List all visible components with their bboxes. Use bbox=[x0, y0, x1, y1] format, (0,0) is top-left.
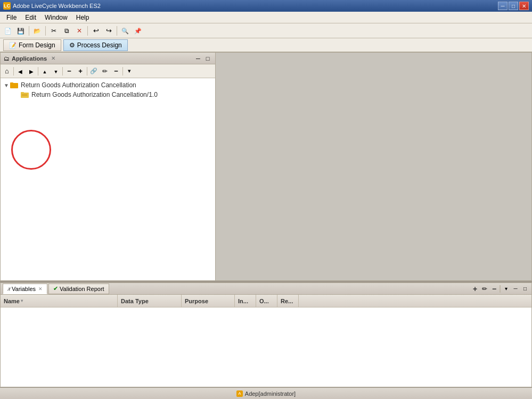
status-bar: A Adep[administrator] bbox=[0, 387, 532, 399]
toolbar-sep-3 bbox=[87, 26, 88, 36]
toolbar-redo-btn[interactable] bbox=[103, 25, 114, 37]
form-design-label: Form Design bbox=[19, 41, 55, 49]
main-layout: Applications ✕ ─ □ bbox=[0, 52, 532, 387]
tab-validation-report[interactable]: ✔ Validation Report bbox=[48, 284, 109, 294]
col-header-out[interactable]: O... bbox=[256, 295, 277, 307]
variables-tab-label: Variables bbox=[12, 286, 36, 292]
col-header-datatype[interactable]: Data Type bbox=[118, 295, 182, 307]
bottom-panel-controls: + − ▾ ─ □ bbox=[471, 285, 529, 293]
edit-variable-btn[interactable] bbox=[480, 285, 489, 293]
tree-toggle-root[interactable]: ▼ bbox=[3, 81, 10, 89]
variables-panel: 𝑥 Variables ✕ ✔ Validation Report + − ▾ bbox=[0, 282, 532, 387]
bottom-area: 𝑥 Variables ✕ ✔ Validation Report + − ▾ bbox=[0, 281, 532, 387]
validation-tab-icon: ✔ bbox=[53, 285, 58, 292]
col-name-sort-icon: ▾ bbox=[21, 298, 23, 303]
app-icon: LC bbox=[3, 2, 11, 10]
svg-rect-1 bbox=[10, 82, 13, 84]
copy-icon bbox=[64, 27, 69, 35]
collapse-bottom-btn[interactable]: ▾ bbox=[502, 285, 510, 293]
col-header-name[interactable]: Name ▾ bbox=[1, 295, 118, 307]
menu-window[interactable]: Window bbox=[40, 12, 72, 23]
folder-icon-child1 bbox=[21, 91, 29, 98]
panel-max-btn[interactable]: □ bbox=[203, 54, 212, 63]
col-header-purpose[interactable]: Purpose bbox=[182, 295, 235, 307]
applications-panel: Applications ✕ ─ □ bbox=[0, 52, 216, 281]
col-header-req[interactable]: Re... bbox=[277, 295, 299, 307]
applications-toolbar bbox=[1, 64, 215, 78]
tab-variables[interactable]: 𝑥 Variables ✕ bbox=[3, 284, 47, 294]
apps-down-btn[interactable] bbox=[51, 66, 61, 77]
apps-home-icon bbox=[5, 67, 9, 75]
app-title: Adobe LiveCycle Workbench ES2 bbox=[13, 3, 101, 9]
edit-var-icon bbox=[482, 285, 487, 293]
search-icon bbox=[121, 27, 129, 35]
svg-rect-5 bbox=[22, 95, 27, 96]
col-out-label: O... bbox=[259, 298, 269, 304]
toolbar-search-btn[interactable] bbox=[119, 25, 131, 37]
apps-edit-btn[interactable] bbox=[100, 66, 110, 77]
status-app-icon: A bbox=[236, 390, 243, 397]
apps-fwd-btn[interactable] bbox=[26, 66, 37, 77]
minimize-button[interactable]: ─ bbox=[498, 2, 508, 10]
panel-header-left: Applications ✕ bbox=[4, 55, 55, 62]
menu-edit[interactable]: Edit bbox=[21, 12, 40, 23]
maximize-button[interactable]: □ bbox=[509, 2, 518, 10]
redo-icon bbox=[106, 27, 112, 35]
apps-back-btn[interactable] bbox=[15, 66, 26, 77]
apps-edit-icon bbox=[102, 68, 108, 75]
toolbar-open-btn[interactable] bbox=[31, 25, 43, 37]
close-button[interactable]: ✕ bbox=[519, 2, 529, 10]
cut-icon bbox=[51, 27, 56, 35]
apps-remove-btn[interactable] bbox=[111, 66, 121, 77]
toolbar-sep-1 bbox=[29, 26, 29, 36]
variables-tab-icon: 𝑥 bbox=[7, 285, 10, 292]
menu-help[interactable]: Help bbox=[72, 12, 94, 23]
save-icon bbox=[17, 27, 24, 35]
var-sep bbox=[500, 285, 501, 293]
variables-tab-close[interactable]: ✕ bbox=[38, 286, 43, 292]
variables-table: Name ▾ Data Type Purpose In... O... bbox=[1, 295, 531, 387]
apps-up-icon bbox=[43, 68, 47, 74]
open-icon bbox=[34, 27, 41, 35]
applications-title: Applications bbox=[12, 55, 47, 62]
svg-rect-4 bbox=[22, 94, 27, 95]
col-purpose-label: Purpose bbox=[185, 298, 208, 304]
toolbar-undo-btn[interactable] bbox=[90, 25, 102, 37]
title-bar-left: LC Adobe LiveCycle Workbench ES2 bbox=[3, 2, 101, 10]
toolbar-copy-btn[interactable] bbox=[61, 25, 72, 37]
remove-variable-btn[interactable]: − bbox=[490, 285, 498, 293]
apps-collapse-icon bbox=[67, 67, 71, 75]
toolbar-save-btn[interactable] bbox=[15, 25, 27, 37]
apps-expand-icon bbox=[78, 67, 83, 75]
apps-up-btn[interactable] bbox=[39, 66, 50, 77]
tab-form-design[interactable]: Form Design bbox=[3, 39, 61, 51]
toolbar-delete-btn[interactable] bbox=[73, 25, 85, 37]
tree-item-child1[interactable]: ▶ Return Goods Authorization Cancellatio… bbox=[1, 90, 215, 99]
apps-home-btn[interactable] bbox=[2, 66, 12, 77]
col-header-in[interactable]: In... bbox=[235, 295, 256, 307]
toolbar-new-btn[interactable] bbox=[2, 25, 14, 37]
apps-filter-btn[interactable] bbox=[124, 66, 135, 77]
apps-link-btn[interactable] bbox=[88, 66, 99, 77]
apps-expand-btn[interactable] bbox=[75, 66, 86, 77]
min-bottom-btn[interactable]: ─ bbox=[511, 285, 520, 293]
tab-process-design[interactable]: Process Design bbox=[63, 39, 128, 51]
svg-rect-3 bbox=[21, 92, 24, 94]
tree-item-root[interactable]: ▼ Return Goods Authorization Cancellatio… bbox=[1, 80, 215, 90]
toolbar-cut-btn[interactable] bbox=[48, 25, 60, 37]
panel-min-btn[interactable]: ─ bbox=[194, 54, 202, 63]
panel-close-x[interactable]: ✕ bbox=[51, 55, 55, 61]
col-name-label: Name bbox=[4, 298, 20, 304]
applications-panel-header: Applications ✕ ─ □ bbox=[1, 53, 215, 64]
apps-sep-5 bbox=[122, 67, 123, 76]
apps-collapse-btn[interactable] bbox=[64, 66, 75, 77]
applications-tree: ▼ Return Goods Authorization Cancellatio… bbox=[1, 78, 215, 280]
apps-remove-icon bbox=[114, 67, 118, 75]
menu-file[interactable]: File bbox=[2, 12, 21, 23]
add-variable-btn[interactable]: + bbox=[471, 285, 479, 293]
bottom-panel-tabs: 𝑥 Variables ✕ ✔ Validation Report bbox=[3, 284, 109, 294]
col-datatype-label: Data Type bbox=[121, 298, 149, 304]
toolbar-pin-btn[interactable] bbox=[132, 25, 144, 37]
apps-sep-2 bbox=[38, 67, 38, 76]
max-bottom-btn[interactable]: □ bbox=[521, 285, 529, 293]
